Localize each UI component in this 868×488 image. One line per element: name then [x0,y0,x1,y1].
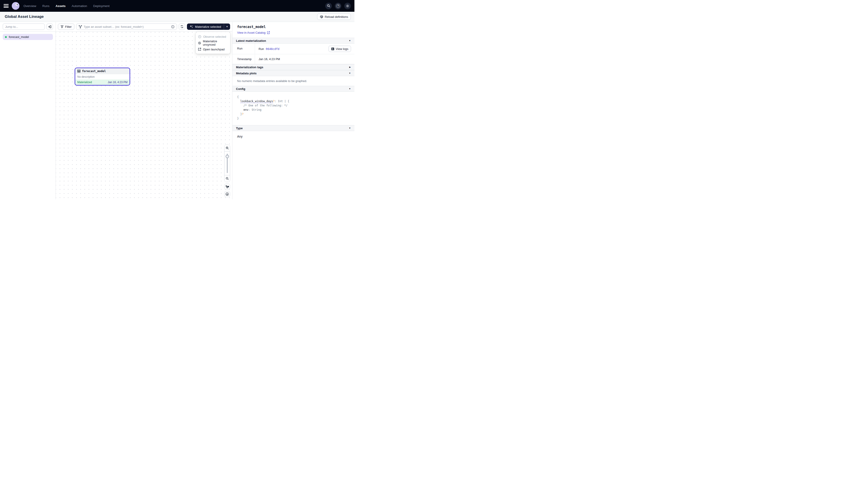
view-logs-button[interactable]: View logs [329,46,351,52]
config-schema-code: { lookback_window_days?: Int | { /* One … [232,92,354,125]
asset-graph-icon [79,25,82,29]
lineage-canvas[interactable]: forecast_model No description Materializ… [56,32,232,199]
refresh-graph-button[interactable] [179,24,185,30]
logs-icon [331,47,334,51]
zoom-slider-thumb[interactable] [225,155,229,158]
section-latest-materialization[interactable]: Latest materialization ▼ [232,38,354,43]
graph-toolbar: Filter Materialize selected ▼ [56,22,232,32]
section-materialization-tags[interactable]: Materialization tags ▶ [232,64,354,70]
page-title: Global Asset Lineage [5,14,43,19]
asset-node-status: Materialized [77,80,92,84]
code-line: lookback_window_days?: Int | { [237,99,350,103]
sidebar-asset-list: forecast_model [0,32,56,42]
section-type[interactable]: Type ▼ [232,125,354,131]
chevron-down-icon: ▼ [349,39,351,42]
code-line: } [237,116,350,121]
nav-item-overview[interactable]: Overview [24,4,36,8]
materialize-split-button: Materialize selected ▼ [187,24,230,30]
run-row-label: Run [232,43,255,54]
menu-item-label: Open launchpad [203,48,224,51]
open-launchpad-icon [198,48,201,51]
asset-node-timestamp: Jan 16, 4:23 PM [108,80,127,84]
filter-funnel-icon [61,25,64,28]
config-env-key: env [243,108,248,111]
menu-item-label: Observe selected [203,35,226,38]
asset-node-description: No description [75,74,129,79]
jump-to-input[interactable] [3,24,45,30]
external-link-icon [267,31,270,34]
sidebar-search-row [0,22,56,32]
materialize-dropdown-toggle[interactable]: ▼ [224,24,230,30]
nav-item-runs[interactable]: Runs [42,4,50,8]
asset-node-forecast-model[interactable]: forecast_model No description Materializ… [74,68,130,86]
view-in-asset-catalog-link[interactable]: View in Asset Catalog [237,31,270,34]
config-key[interactable]: lookback_window_days [240,100,273,103]
menu-item-observe-selected[interactable]: Observe selected [196,33,230,40]
asset-node-header: forecast_model [75,68,129,74]
reload-definitions-label: Reload definitions [325,15,348,19]
chevron-down-icon: ▼ [349,88,351,90]
section-config[interactable]: Config ▼ [232,86,354,92]
run-row-value: Run 0648cdfd View logs [255,43,354,54]
materialize-selected-button[interactable]: Materialize selected [187,24,224,30]
top-nav: Overview Runs Assets Automation Deployme… [0,0,354,12]
catalog-link-label: View in Asset Catalog [237,31,266,34]
reload-definitions-button[interactable]: Reload definitions [317,13,351,20]
zoom-in-icon [225,147,229,150]
download-image-button[interactable] [224,191,230,197]
nav-item-assets[interactable]: Assets [56,4,66,8]
timestamp-row: Timestamp Jan 16, 4:23 PM [232,54,354,64]
nav-links: Overview Runs Assets Automation Deployme… [24,4,110,8]
dagster-logo [12,2,20,10]
zoom-slider-box [224,144,230,182]
sidebar-item-label: forecast_model [9,35,29,39]
section-label: Config [236,87,245,91]
settings-button[interactable] [344,3,351,9]
nav-actions: ? [325,3,351,9]
content: forecast_model Filter Materialize select… [0,22,354,199]
run-id-link[interactable]: 0648cdfd [266,47,279,51]
asset-subset-searchbar [76,24,177,30]
zoom-out-icon [225,177,229,180]
filter-button[interactable]: Filter [58,24,74,30]
detail-panel-header: forecast_model View in Asset Catalog [232,22,354,38]
asset-node-status-row: Materialized Jan 16, 4:23 PM [75,79,129,85]
reload-cube-icon [320,15,323,19]
download-icon [225,192,229,196]
collapse-sidebar-button[interactable] [46,24,53,30]
asset-sidebar: forecast_model [0,22,56,199]
help-button[interactable]: ? [335,3,341,9]
nav-item-automation[interactable]: Automation [72,4,87,8]
sidebar-item-forecast-model[interactable]: forecast_model [3,34,53,40]
asset-subset-input[interactable] [84,25,169,29]
relayout-graph-button[interactable] [224,184,230,190]
graph-layout-icon [225,185,229,188]
zoom-out-button[interactable] [224,175,230,182]
timestamp-value: Jan 16, 4:23 PM [258,57,280,61]
info-icon[interactable] [171,25,175,29]
search-button[interactable] [325,3,332,9]
menu-item-open-launchpad[interactable]: Open launchpad [196,46,230,53]
lineage-graph-pane: Filter Materialize selected ▼ [56,22,232,199]
run-row: Run Run 0648cdfd View logs [232,43,354,54]
observe-icon [198,35,202,38]
zoom-in-button[interactable] [224,145,230,152]
timestamp-row-label: Timestamp [232,54,255,64]
chevron-down-icon: ▼ [349,72,351,74]
code-line: { [237,95,350,99]
table-icon [77,70,81,72]
hamburger-menu-icon[interactable] [4,4,8,8]
view-logs-label: View logs [336,47,348,51]
filter-label: Filter [65,25,72,29]
zoom-slider[interactable] [224,152,230,175]
section-metadata-plots[interactable]: Metadata plots ▼ [232,70,354,76]
type-value: Any [232,131,354,142]
refresh-icon [180,25,184,28]
menu-item-materialize-unsynced[interactable]: Materialize unsynced [196,40,230,46]
sparkle-icon [190,25,193,29]
nav-item-deployment[interactable]: Deployment [93,4,110,8]
search-icon [327,4,331,8]
section-label: Metadata plots [236,72,256,75]
section-label: Materialization tags [236,66,264,69]
section-label: Latest materialization [236,39,266,42]
